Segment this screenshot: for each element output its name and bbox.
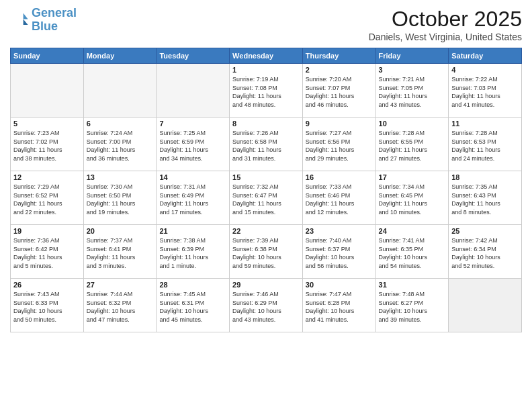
day-info: Sunrise: 7:22 AM Sunset: 7:03 PM Dayligh…: [451, 75, 519, 109]
day-number: 14: [159, 173, 226, 181]
calendar-day: 29Sunrise: 7:46 AM Sunset: 6:29 PM Dayli…: [230, 279, 303, 332]
title-block: October 2025 Daniels, West Virginia, Uni…: [369, 7, 522, 42]
calendar-day: 30Sunrise: 7:47 AM Sunset: 6:28 PM Dayli…: [302, 279, 375, 332]
day-number: 4: [451, 66, 519, 74]
logo-line1: General: [32, 6, 77, 19]
calendar-day: 20Sunrise: 7:37 AM Sunset: 6:41 PM Dayli…: [83, 225, 157, 279]
header: General Blue October 2025 Daniels, West …: [10, 7, 522, 42]
calendar-day: 24Sunrise: 7:41 AM Sunset: 6:35 PM Dayli…: [375, 225, 449, 279]
day-info: Sunrise: 7:39 AM Sunset: 6:38 PM Dayligh…: [232, 236, 300, 270]
day-info: Sunrise: 7:28 AM Sunset: 6:55 PM Dayligh…: [379, 129, 446, 163]
calendar-day: 17Sunrise: 7:34 AM Sunset: 6:45 PM Dayli…: [375, 171, 449, 225]
day-number: 23: [306, 227, 373, 235]
day-info: Sunrise: 7:31 AM Sunset: 6:49 PM Dayligh…: [159, 183, 226, 216]
col-thursday: Thursday: [302, 48, 375, 64]
col-monday: Monday: [83, 48, 157, 64]
day-info: Sunrise: 7:25 AM Sunset: 6:59 PM Dayligh…: [159, 129, 226, 163]
day-info: Sunrise: 7:21 AM Sunset: 7:05 PM Dayligh…: [379, 75, 446, 109]
calendar-week-3: 12Sunrise: 7:29 AM Sunset: 6:52 PM Dayli…: [11, 171, 522, 225]
day-number: 31: [379, 281, 446, 289]
logo: General Blue: [10, 7, 77, 34]
day-number: 12: [13, 173, 81, 181]
calendar-day: 4Sunrise: 7:22 AM Sunset: 7:03 PM Daylig…: [449, 64, 522, 118]
day-info: Sunrise: 7:19 AM Sunset: 7:08 PM Dayligh…: [232, 75, 300, 109]
day-number: 8: [232, 120, 300, 128]
day-info: Sunrise: 7:42 AM Sunset: 6:34 PM Dayligh…: [451, 236, 519, 270]
day-info: Sunrise: 7:30 AM Sunset: 6:50 PM Dayligh…: [87, 183, 154, 216]
calendar-week-2: 5Sunrise: 7:23 AM Sunset: 7:02 PM Daylig…: [11, 118, 522, 171]
day-number: 24: [379, 227, 446, 235]
day-number: 13: [87, 173, 154, 181]
day-info: Sunrise: 7:38 AM Sunset: 6:39 PM Dayligh…: [159, 236, 226, 270]
day-info: Sunrise: 7:41 AM Sunset: 6:35 PM Dayligh…: [379, 236, 446, 270]
svg-marker-0: [24, 13, 28, 19]
calendar-day: 3Sunrise: 7:21 AM Sunset: 7:05 PM Daylig…: [375, 64, 449, 118]
calendar-week-4: 19Sunrise: 7:36 AM Sunset: 6:42 PM Dayli…: [11, 225, 522, 279]
day-number: 7: [159, 120, 226, 128]
day-number: 21: [159, 227, 226, 235]
day-info: Sunrise: 7:29 AM Sunset: 6:52 PM Dayligh…: [13, 183, 81, 216]
main-container: General Blue October 2025 Daniels, West …: [0, 0, 532, 336]
calendar-day: 31Sunrise: 7:48 AM Sunset: 6:27 PM Dayli…: [375, 279, 449, 332]
calendar-table: Sunday Monday Tuesday Wednesday Thursday…: [10, 48, 522, 332]
day-number: 20: [87, 227, 154, 235]
calendar-day: 10Sunrise: 7:28 AM Sunset: 6:55 PM Dayli…: [375, 118, 449, 171]
day-number: 26: [13, 281, 81, 289]
calendar-day: 9Sunrise: 7:27 AM Sunset: 6:56 PM Daylig…: [302, 118, 375, 171]
calendar-day: [83, 64, 157, 118]
calendar-day: 11Sunrise: 7:28 AM Sunset: 6:53 PM Dayli…: [449, 118, 522, 171]
day-info: Sunrise: 7:34 AM Sunset: 6:45 PM Dayligh…: [379, 183, 446, 216]
calendar-day: 26Sunrise: 7:43 AM Sunset: 6:33 PM Dayli…: [11, 279, 84, 332]
day-info: Sunrise: 7:36 AM Sunset: 6:42 PM Dayligh…: [13, 236, 81, 270]
day-number: 11: [451, 120, 519, 128]
day-info: Sunrise: 7:46 AM Sunset: 6:29 PM Dayligh…: [232, 290, 300, 324]
day-number: 16: [306, 173, 373, 181]
day-number: 6: [87, 120, 154, 128]
day-info: Sunrise: 7:23 AM Sunset: 7:02 PM Dayligh…: [13, 129, 81, 163]
day-number: 10: [379, 120, 446, 128]
day-info: Sunrise: 7:47 AM Sunset: 6:28 PM Dayligh…: [306, 290, 373, 324]
calendar-week-1: 1Sunrise: 7:19 AM Sunset: 7:08 PM Daylig…: [11, 64, 522, 118]
calendar-day: [449, 279, 522, 332]
month-title: October 2025: [369, 7, 522, 32]
day-info: Sunrise: 7:26 AM Sunset: 6:58 PM Dayligh…: [232, 129, 300, 163]
day-number: 2: [306, 66, 373, 74]
calendar-day: 2Sunrise: 7:20 AM Sunset: 7:07 PM Daylig…: [302, 64, 375, 118]
day-info: Sunrise: 7:27 AM Sunset: 6:56 PM Dayligh…: [306, 129, 373, 163]
day-info: Sunrise: 7:40 AM Sunset: 6:37 PM Dayligh…: [306, 236, 373, 270]
col-sunday: Sunday: [11, 48, 84, 64]
calendar-day: 5Sunrise: 7:23 AM Sunset: 7:02 PM Daylig…: [11, 118, 84, 171]
calendar-day: 25Sunrise: 7:42 AM Sunset: 6:34 PM Dayli…: [449, 225, 522, 279]
day-number: 28: [159, 281, 226, 289]
calendar-day: 15Sunrise: 7:32 AM Sunset: 6:47 PM Dayli…: [230, 171, 303, 225]
day-info: Sunrise: 7:20 AM Sunset: 7:07 PM Dayligh…: [306, 75, 373, 109]
day-info: Sunrise: 7:33 AM Sunset: 6:46 PM Dayligh…: [306, 183, 373, 216]
day-number: 1: [232, 66, 300, 74]
day-number: 29: [232, 281, 300, 289]
day-number: 15: [232, 173, 300, 181]
day-number: 25: [451, 227, 519, 235]
calendar-day: 13Sunrise: 7:30 AM Sunset: 6:50 PM Dayli…: [83, 171, 157, 225]
col-wednesday: Wednesday: [230, 48, 303, 64]
calendar-day: 21Sunrise: 7:38 AM Sunset: 6:39 PM Dayli…: [157, 225, 230, 279]
calendar-day: 22Sunrise: 7:39 AM Sunset: 6:38 PM Dayli…: [230, 225, 303, 279]
day-number: 9: [306, 120, 373, 128]
col-saturday: Saturday: [449, 48, 522, 64]
col-friday: Friday: [375, 48, 449, 64]
day-number: 22: [232, 227, 300, 235]
calendar-day: 27Sunrise: 7:44 AM Sunset: 6:32 PM Dayli…: [83, 279, 157, 332]
calendar-day: 16Sunrise: 7:33 AM Sunset: 6:46 PM Dayli…: [302, 171, 375, 225]
calendar-day: 19Sunrise: 7:36 AM Sunset: 6:42 PM Dayli…: [11, 225, 84, 279]
calendar-day: 14Sunrise: 7:31 AM Sunset: 6:49 PM Dayli…: [157, 171, 230, 225]
calendar-day: [11, 64, 84, 118]
day-number: 5: [13, 120, 81, 128]
svg-marker-1: [24, 19, 28, 24]
day-number: 30: [306, 281, 373, 289]
calendar-day: 7Sunrise: 7:25 AM Sunset: 6:59 PM Daylig…: [157, 118, 230, 171]
day-number: 3: [379, 66, 446, 74]
logo-text: General Blue: [32, 7, 77, 34]
day-number: 19: [13, 227, 81, 235]
day-info: Sunrise: 7:28 AM Sunset: 6:53 PM Dayligh…: [451, 129, 519, 163]
calendar-day: 8Sunrise: 7:26 AM Sunset: 6:58 PM Daylig…: [230, 118, 303, 171]
logo-icon: [10, 11, 29, 30]
